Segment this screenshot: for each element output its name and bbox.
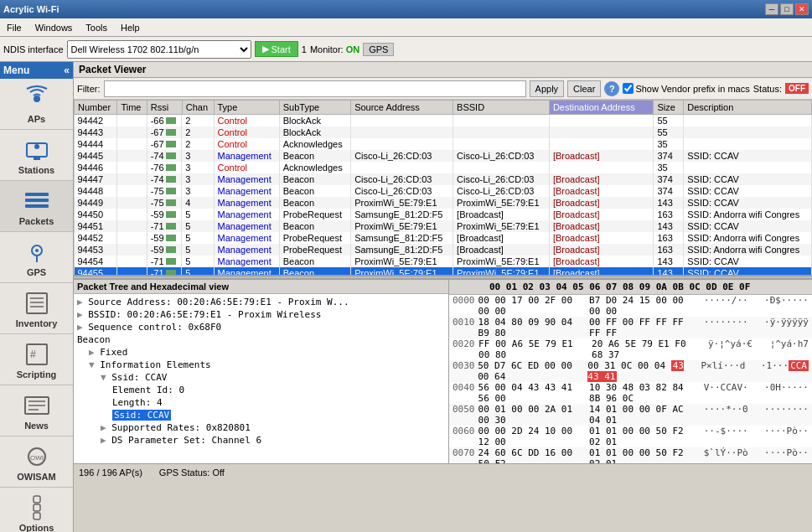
tree-node[interactable]: ▶ Sequence control: 0x68F0: [74, 321, 448, 333]
tree-node: Ssid: CCAV: [74, 409, 448, 421]
cell-type: Management: [214, 150, 279, 162]
sidebar-collapse-button[interactable]: «: [64, 65, 70, 76]
table-row[interactable]: 94443 -67 2 Control BlockAck 55: [75, 127, 812, 138]
sidebar-item-aps[interactable]: APs: [0, 79, 73, 130]
tree-node[interactable]: ▶ DS Parameter Set: Channel 6: [74, 434, 448, 447]
cell-desc: SSID: CCAV: [684, 173, 812, 185]
hex-ascii2: ·ÿ·ÿÿÿÿÿ: [764, 317, 809, 338]
menu-tools[interactable]: Tools: [79, 21, 114, 34]
cell-src: SamsungE_81:2D:F5: [351, 232, 453, 244]
filter-input[interactable]: [104, 80, 526, 97]
sidebar-item-inventory[interactable]: Inventory: [0, 283, 73, 334]
cell-src: ProximWi_5E:79:E1: [351, 267, 453, 276]
svg-point-3: [34, 144, 39, 149]
sidebar-item-packets[interactable]: Packets: [0, 181, 73, 232]
show-vendor-checkbox-label[interactable]: Show Vendor prefix in macs: [623, 83, 749, 94]
filter-bar: Filter: Apply Clear ? Show Vendor prefix…: [74, 78, 812, 100]
tree-node[interactable]: ▶ Source Address: 00:20:A6:5E:79:E1 - Pr…: [74, 296, 448, 308]
cell-num: 94442: [75, 115, 117, 127]
cell-chan: 2: [182, 127, 214, 138]
table-row[interactable]: 94455 -71 5 Management Beacon ProximWi_5…: [75, 267, 812, 276]
interface-select[interactable]: Dell Wireless 1702 802.11b/g/n: [67, 40, 251, 59]
table-row[interactable]: 94442 -66 2 Control BlockAck 55: [75, 115, 812, 127]
menu-windows[interactable]: Windows: [28, 21, 80, 34]
table-row[interactable]: 94448 -75 3 Management Beacon Cisco-Li_2…: [75, 185, 812, 197]
cell-size: 143: [654, 197, 684, 209]
tree-expander[interactable]: ▶: [89, 347, 100, 358]
table-row[interactable]: 94446 -76 3 Control Acknowledges 35: [75, 162, 812, 173]
table-row[interactable]: 94453 -59 5 Management ProbeRequest Sams…: [75, 244, 812, 256]
cell-rssi: -59: [147, 244, 183, 256]
table-row[interactable]: 94451 -71 5 Management Beacon ProximWi_5…: [75, 220, 812, 232]
tree-expander[interactable]: ▶: [77, 297, 88, 307]
sidebar-item-options[interactable]: Options: [0, 488, 73, 532]
table-row[interactable]: 94449 -75 4 Management Beacon ProximWi_5…: [75, 197, 812, 209]
hex-ascii1: ··-$····: [704, 426, 764, 447]
hex-bytes2: 01 01 00 00 50 F2 02 01: [589, 447, 697, 463]
hex-ascii1: ·····/··: [704, 295, 764, 317]
help-icon[interactable]: ?: [604, 81, 619, 96]
tree-expander[interactable]: ▶: [77, 309, 88, 320]
cell-chan: 5: [182, 256, 214, 267]
tree-expander[interactable]: ▶: [101, 422, 111, 433]
cell-bssid: [Broadcast]: [453, 244, 550, 256]
col-bssid: BSSID: [453, 101, 550, 115]
cell-desc: SSID: CCAV: [684, 150, 812, 162]
cell-num: 94451: [75, 220, 117, 232]
tree-node[interactable]: ▶ BSSID: 00:20:A6:5E:79:E1 - Proxim Wire…: [74, 308, 448, 321]
cell-src: ProximWi_5E:79:E1: [351, 197, 453, 209]
packet-table-wrap[interactable]: Number Time Rssi Chan Type SubType Sourc…: [74, 100, 812, 276]
cell-size: 163: [654, 232, 684, 244]
start-button[interactable]: ▶ Start: [255, 41, 298, 57]
table-row[interactable]: 94452 -59 5 Management ProbeRequest Sams…: [75, 232, 812, 244]
cell-type: Management: [214, 209, 279, 220]
hex-bytes2: 14 01 00 00 0F AC 04 01: [589, 404, 697, 426]
tree-node[interactable]: ▶ Fixed: [74, 346, 448, 359]
cell-size: 55: [654, 127, 684, 138]
tree-expander[interactable]: ▼: [89, 359, 100, 370]
tree-node[interactable]: ▼ Ssid: CCAV: [74, 371, 448, 384]
cell-size: 163: [654, 209, 684, 220]
table-row[interactable]: 94445 -74 3 Management Beacon Cisco-Li_2…: [75, 150, 812, 162]
table-row[interactable]: 94444 -67 2 Control Acknowledges 35: [75, 138, 812, 150]
svg-rect-2: [34, 157, 40, 160]
minimize-button[interactable]: ─: [765, 3, 778, 15]
table-row[interactable]: 94447 -74 3 Management Beacon Cisco-Li_2…: [75, 173, 812, 185]
cell-time: [117, 256, 147, 267]
close-button[interactable]: ✕: [795, 3, 809, 15]
cell-subtype: Beacon: [279, 267, 350, 276]
cell-type: Management: [214, 173, 279, 185]
menu-file[interactable]: File: [0, 21, 28, 34]
sidebar-item-scripting[interactable]: # Scripting: [0, 334, 73, 385]
maximize-button[interactable]: □: [780, 3, 794, 15]
window-controls[interactable]: ─ □ ✕: [765, 3, 809, 15]
tree-expander[interactable]: ▶: [77, 322, 88, 333]
menu-help[interactable]: Help: [114, 21, 147, 34]
table-row[interactable]: 94454 -71 5 Management Beacon ProximWi_5…: [75, 256, 812, 267]
hex-panel[interactable]: 00 01 02 03 04 05 06 07 08 09 0A 0B 0C 0…: [449, 280, 812, 463]
cell-num: 94445: [75, 150, 117, 162]
stations-icon: [20, 135, 54, 165]
tree-node[interactable]: ▼ Information Elements: [74, 359, 448, 371]
clear-button[interactable]: Clear: [567, 80, 601, 97]
status-badge: OFF: [785, 83, 809, 94]
show-vendor-checkbox[interactable]: [623, 83, 634, 94]
hex-bytes2: 00 31 0C 00 04 43 43 41: [587, 360, 694, 382]
tree-expander[interactable]: ▶: [101, 435, 111, 446]
cell-type: Management: [214, 267, 279, 276]
tree-expander[interactable]: ▼: [101, 372, 111, 383]
bottom-panel: Packet Tree and Hexadecimal view ▶ Sourc…: [74, 279, 812, 463]
sidebar-item-news[interactable]: News: [0, 385, 73, 436]
hex-row: 0000 00 00 17 00 2F 00 00 00 B7 D0 24 15…: [449, 295, 812, 317]
apply-button[interactable]: Apply: [530, 80, 565, 97]
sidebar-item-gps[interactable]: GPS: [0, 232, 73, 283]
cell-type: Management: [214, 220, 279, 232]
gps-button[interactable]: GPS: [363, 43, 394, 56]
table-row[interactable]: 94450 -59 5 Management ProbeRequest Sams…: [75, 209, 812, 220]
sidebar-item-stations[interactable]: Stations: [0, 130, 73, 181]
cell-size: 374: [654, 185, 684, 197]
sidebar-item-owisam[interactable]: OWI OWISAM: [0, 436, 73, 488]
tree-node[interactable]: ▶ Supported Rates: 0x820801: [74, 421, 448, 434]
cell-rssi: -67: [147, 138, 183, 150]
tree-content[interactable]: ▶ Source Address: 00:20:A6:5E:79:E1 - Pr…: [74, 294, 448, 459]
